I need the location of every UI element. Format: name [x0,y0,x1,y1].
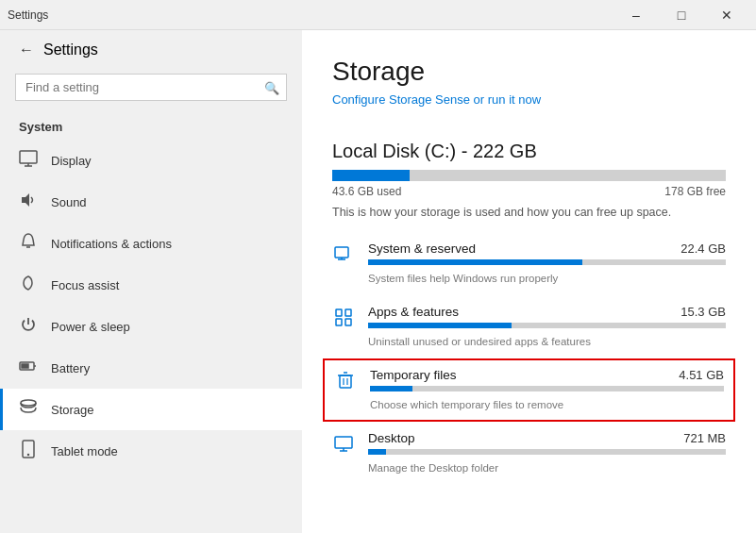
sidebar-item-display[interactable]: Display [0,140,302,181]
maximize-button[interactable]: □ [660,0,703,30]
storage-item-name-system: System & reserved [368,242,476,256]
battery-icon [19,357,38,379]
apps-icon [332,307,355,331]
page-title: Storage [332,57,726,87]
sidebar-item-battery[interactable]: Battery [0,347,302,389]
desktop-icon [332,433,355,458]
sidebar-items-list: Display Sound Notifications & actions Fo… [0,140,302,472]
disk-used-label: 43.6 GB used [332,185,401,198]
storage-item-desc-desktop: Manage the Desktop folder [368,462,498,474]
svg-rect-24 [335,437,352,448]
storage-item-system[interactable]: System & reserved 22.4 GB System files h… [332,232,726,295]
trash-icon [334,370,357,394]
svg-rect-17 [336,319,342,325]
title-bar-title: Settings [8,8,48,22]
sidebar-item-label: Battery [51,361,90,375]
storage-item-size-temp: 4.51 GB [679,368,724,382]
svg-rect-8 [22,364,28,368]
disk-usage-bar [332,170,726,181]
sidebar-item-label: Sound [51,195,87,209]
svg-rect-19 [340,375,351,388]
disk-bar-background [332,170,726,181]
minimize-button[interactable]: – [614,0,658,30]
sidebar-item-focus[interactable]: Focus assist [0,264,302,306]
sidebar-item-notifications[interactable]: Notifications & actions [0,223,302,264]
sidebar-item-power[interactable]: Power & sleep [0,306,302,347]
disk-description: This is how your storage is used and how… [332,206,726,219]
display-icon [19,149,38,172]
configure-link[interactable]: Configure Storage Sense or run it now [332,92,541,107]
storage-icon [19,398,38,421]
storage-item-desc-system: System files help Windows run properly [368,273,558,284]
sidebar: ← Settings 🔍 System Display Sound Notifi… [0,30,302,533]
storage-item-header-apps: Apps & features 15.3 GB [368,305,726,319]
storage-item-bar-fill-apps [368,323,512,328]
app-body: ← Settings 🔍 System Display Sound Notifi… [0,30,756,533]
storage-item-bar-fill-system [368,259,582,265]
storage-item-name-desktop: Desktop [368,431,415,445]
sidebar-item-label: Notifications & actions [51,237,172,251]
svg-rect-16 [345,309,351,316]
svg-rect-15 [336,309,342,316]
storage-item-bar-bg-apps [368,323,726,328]
tablet-icon [19,440,38,462]
disk-bar-fill [332,170,410,181]
storage-item-header-temp: Temporary files 4.51 GB [370,368,724,382]
search-box: 🔍 [15,74,287,101]
storage-item-name-apps: Apps & features [368,305,459,319]
sidebar-section-label: System [0,112,302,140]
svg-rect-18 [345,319,351,325]
disk-free-label: 178 GB free [664,185,726,198]
back-arrow-icon: ← [19,42,34,58]
storage-item-bar-bg-desktop [368,449,726,455]
storage-item-desc-temp: Choose which temporary files to remove [370,399,563,410]
storage-item-content-apps: Apps & features 15.3 GB Uninstall unused… [368,305,726,349]
search-input[interactable] [15,74,287,101]
sidebar-item-label: Power & sleep [51,320,130,334]
power-icon [19,315,38,338]
svg-rect-12 [335,247,348,258]
storage-item-name-temp: Temporary files [370,368,457,382]
svg-marker-3 [22,193,29,207]
back-label: Settings [43,42,98,58]
storage-item-size-desktop: 721 MB [683,431,726,445]
storage-items-list: System & reserved 22.4 GB System files h… [332,232,726,485]
back-button[interactable]: ← Settings [0,30,302,70]
sidebar-item-tablet[interactable]: Tablet mode [0,430,302,472]
sidebar-item-label: Storage [51,403,94,417]
search-icon: 🔍 [264,80,279,94]
storage-item-header-desktop: Desktop 721 MB [368,431,726,445]
main-panel: Storage Configure Storage Sense or run i… [302,30,756,533]
title-bar: Settings – □ ✕ [0,0,756,30]
storage-item-bar-fill-desktop [368,449,386,455]
storage-item-bar-bg-system [368,259,726,265]
sidebar-item-label: Focus assist [51,278,119,292]
title-bar-left: Settings [8,8,48,22]
storage-item-bar-bg-temp [370,386,724,391]
close-button[interactable]: ✕ [705,0,748,30]
disk-bar-labels: 43.6 GB used 178 GB free [332,185,726,198]
svg-point-9 [21,400,36,406]
sound-icon [19,191,38,213]
storage-item-size-apps: 15.3 GB [680,305,726,319]
sidebar-item-storage[interactable]: Storage [0,389,302,430]
storage-item-apps[interactable]: Apps & features 15.3 GB Uninstall unused… [332,295,726,358]
storage-item-desc-apps: Uninstall unused or undesired apps & fea… [368,336,591,347]
storage-item-header-system: System & reserved 22.4 GB [368,242,726,256]
storage-item-size-system: 22.4 GB [680,242,726,256]
notifications-icon [19,232,38,255]
focus-icon [19,274,38,296]
sidebar-item-label: Display [51,154,92,168]
system-icon [332,243,355,268]
storage-item-bar-fill-temp [370,386,412,391]
storage-item-content-desktop: Desktop 721 MB Manage the Desktop folder [368,431,726,475]
storage-item-content-temp: Temporary files 4.51 GB Choose which tem… [370,368,724,412]
storage-item-desktop[interactable]: Desktop 721 MB Manage the Desktop folder [332,422,726,485]
disk-title: Local Disk (C:) - 222 GB [332,141,726,162]
title-bar-controls: – □ ✕ [614,0,748,30]
sidebar-item-label: Tablet mode [51,444,118,458]
sidebar-item-sound[interactable]: Sound [0,181,302,223]
storage-item-temp[interactable]: Temporary files 4.51 GB Choose which tem… [323,358,735,422]
svg-rect-0 [20,151,37,163]
storage-item-content-system: System & reserved 22.4 GB System files h… [368,242,726,286]
